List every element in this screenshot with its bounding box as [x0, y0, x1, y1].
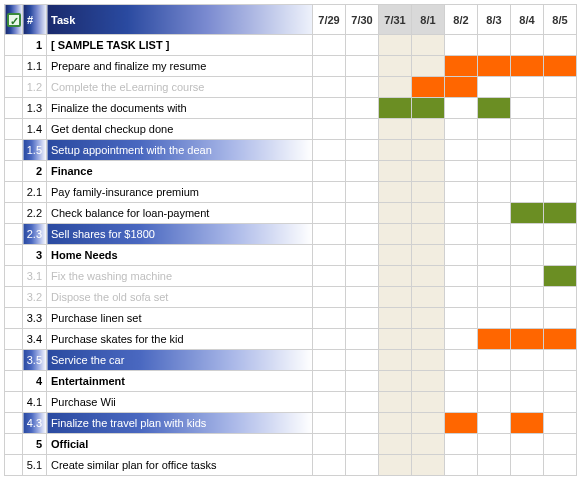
row-num[interactable]: 2.3 — [23, 224, 47, 245]
gantt-bar[interactable] — [478, 56, 511, 77]
gantt-cell[interactable] — [379, 182, 412, 203]
gantt-cell[interactable] — [313, 245, 346, 266]
header-date-5[interactable]: 8/3 — [478, 5, 511, 35]
row-num[interactable]: 2.2 — [23, 203, 47, 224]
row-num[interactable]: 1.5 — [23, 140, 47, 161]
gantt-cell[interactable] — [445, 203, 478, 224]
row-task[interactable]: Check balance for loan-payment — [47, 203, 313, 224]
gantt-cell[interactable] — [346, 266, 379, 287]
gantt-cell[interactable] — [379, 455, 412, 476]
gantt-cell[interactable] — [346, 161, 379, 182]
gantt-cell[interactable] — [544, 245, 577, 266]
gantt-cell[interactable] — [511, 287, 544, 308]
row-check-cell[interactable] — [5, 77, 23, 98]
gantt-cell[interactable] — [313, 371, 346, 392]
gantt-cell[interactable] — [379, 392, 412, 413]
gantt-cell[interactable] — [346, 56, 379, 77]
row-check-cell[interactable] — [5, 182, 23, 203]
gantt-bar[interactable] — [478, 98, 511, 119]
row-num[interactable]: 1 — [23, 35, 47, 56]
gantt-cell[interactable] — [445, 434, 478, 455]
row-task[interactable]: Sell shares for $1800 — [47, 224, 313, 245]
gantt-cell[interactable] — [478, 119, 511, 140]
gantt-cell[interactable] — [313, 140, 346, 161]
gantt-cell[interactable] — [346, 329, 379, 350]
gantt-cell[interactable] — [313, 98, 346, 119]
gantt-cell[interactable] — [313, 350, 346, 371]
gantt-bar[interactable] — [544, 203, 577, 224]
gantt-cell[interactable] — [412, 203, 445, 224]
gantt-cell[interactable] — [511, 119, 544, 140]
gantt-cell[interactable] — [445, 329, 478, 350]
gantt-cell[interactable] — [544, 77, 577, 98]
gantt-cell[interactable] — [379, 119, 412, 140]
gantt-cell[interactable] — [313, 182, 346, 203]
gantt-cell[interactable] — [511, 224, 544, 245]
row-check-cell[interactable] — [5, 392, 23, 413]
gantt-cell[interactable] — [412, 140, 445, 161]
gantt-cell[interactable] — [379, 266, 412, 287]
gantt-cell[interactable] — [511, 392, 544, 413]
gantt-cell[interactable] — [313, 35, 346, 56]
gantt-cell[interactable] — [478, 350, 511, 371]
table-row[interactable]: 2.3Sell shares for $1800 — [5, 224, 577, 245]
table-row[interactable]: 4.1Purchase Wii — [5, 392, 577, 413]
table-row[interactable]: 1[ SAMPLE TASK LIST ] — [5, 35, 577, 56]
gantt-cell[interactable] — [412, 308, 445, 329]
gantt-cell[interactable] — [313, 455, 346, 476]
table-row[interactable]: 4Entertainment — [5, 371, 577, 392]
gantt-cell[interactable] — [313, 308, 346, 329]
gantt-cell[interactable] — [379, 56, 412, 77]
gantt-cell[interactable] — [544, 392, 577, 413]
gantt-cell[interactable] — [445, 287, 478, 308]
table-row[interactable]: 3.2Dispose the old sofa set — [5, 287, 577, 308]
gantt-cell[interactable] — [346, 350, 379, 371]
gantt-bar[interactable] — [412, 98, 445, 119]
gantt-cell[interactable] — [544, 308, 577, 329]
gantt-cell[interactable] — [313, 266, 346, 287]
gantt-cell[interactable] — [445, 140, 478, 161]
row-num[interactable]: 4.3 — [23, 413, 47, 434]
gantt-cell[interactable] — [313, 224, 346, 245]
gantt-cell[interactable] — [346, 245, 379, 266]
gantt-bar[interactable] — [544, 266, 577, 287]
row-check-cell[interactable] — [5, 434, 23, 455]
gantt-cell[interactable] — [511, 266, 544, 287]
gantt-cell[interactable] — [379, 224, 412, 245]
gantt-bar[interactable] — [544, 329, 577, 350]
gantt-cell[interactable] — [445, 182, 478, 203]
table-row[interactable]: 5Official — [5, 434, 577, 455]
gantt-cell[interactable] — [544, 413, 577, 434]
gantt-cell[interactable] — [412, 455, 445, 476]
row-num[interactable]: 5 — [23, 434, 47, 455]
gantt-cell[interactable] — [412, 119, 445, 140]
gantt-cell[interactable] — [478, 413, 511, 434]
gantt-cell[interactable] — [544, 455, 577, 476]
gantt-cell[interactable] — [544, 434, 577, 455]
gantt-bar[interactable] — [445, 56, 478, 77]
table-row[interactable]: 2.1Pay family-insurance premium — [5, 182, 577, 203]
row-task[interactable]: Fix the washing machine — [47, 266, 313, 287]
header-date-2[interactable]: 7/31 — [379, 5, 412, 35]
header-date-1[interactable]: 7/30 — [346, 5, 379, 35]
row-task[interactable]: Create similar plan for office tasks — [47, 455, 313, 476]
gantt-cell[interactable] — [445, 98, 478, 119]
gantt-cell[interactable] — [313, 77, 346, 98]
row-check-cell[interactable] — [5, 245, 23, 266]
gantt-cell[interactable] — [445, 392, 478, 413]
row-num[interactable]: 2.1 — [23, 182, 47, 203]
gantt-cell[interactable] — [445, 35, 478, 56]
gantt-cell[interactable] — [445, 308, 478, 329]
gantt-cell[interactable] — [478, 77, 511, 98]
header-date-6[interactable]: 8/4 — [511, 5, 544, 35]
row-check-cell[interactable] — [5, 56, 23, 77]
gantt-cell[interactable] — [412, 224, 445, 245]
gantt-cell[interactable] — [346, 371, 379, 392]
gantt-cell[interactable] — [478, 308, 511, 329]
row-task[interactable]: [ SAMPLE TASK LIST ] — [47, 35, 313, 56]
row-task[interactable]: Prepare and finalize my resume — [47, 56, 313, 77]
gantt-cell[interactable] — [544, 224, 577, 245]
gantt-cell[interactable] — [478, 35, 511, 56]
gantt-cell[interactable] — [412, 35, 445, 56]
gantt-cell[interactable] — [379, 35, 412, 56]
